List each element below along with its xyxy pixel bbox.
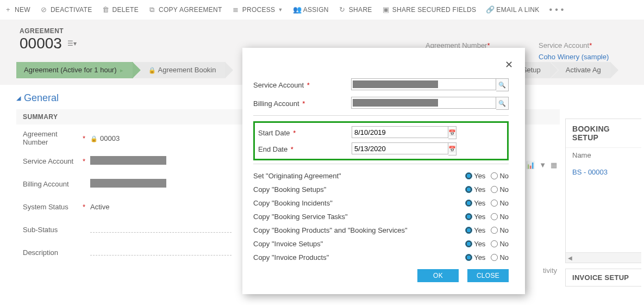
opt-booking-tasks-yes[interactable]: Yes [465, 213, 485, 221]
opt-invoice-setups-label: Copy "Invoice Setups" [253, 240, 423, 248]
modal-svc-input[interactable] [351, 78, 496, 90]
opt-booking-incidents-yes[interactable]: Yes [465, 199, 485, 207]
opt-invoice-products-no[interactable]: No [491, 253, 509, 262]
opt-booking-tasks-label: Copy "Booking Service Tasks" [253, 213, 423, 221]
opt-invoice-products-label: Copy "Invoice Products" [253, 253, 423, 262]
lookup-icon[interactable]: 🔍 [496, 78, 509, 91]
modal-end-label: End Date [258, 145, 287, 153]
opt-booking-setups-label: Copy "Booking Setups" [253, 185, 423, 194]
ok-button[interactable]: OK [417, 269, 459, 282]
opt-booking-tasks-no[interactable]: No [491, 213, 509, 221]
copy-agreement-dialog: ✕ Service Account * 🔍 Billing Account * … [242, 48, 525, 294]
modal-svc-label: Service Account [253, 81, 304, 89]
opt-booking-setups-no[interactable]: No [491, 185, 509, 194]
modal-start-label: Start Date [258, 129, 290, 137]
opt-originating-label: Set "Originating Agreement" [253, 172, 423, 180]
opt-originating-yes[interactable]: Yes [465, 172, 485, 180]
opt-booking-setups-yes[interactable]: Yes [465, 185, 485, 194]
opt-originating-no[interactable]: No [491, 172, 509, 180]
opt-booking-incidents-label: Copy "Booking Incidents" [253, 199, 423, 207]
close-button[interactable]: CLOSE [467, 269, 509, 282]
opt-booking-incidents-no[interactable]: No [491, 199, 509, 207]
modal-bill-input[interactable] [351, 97, 496, 109]
opt-invoice-setups-no[interactable]: No [491, 240, 509, 248]
date-highlight-box: Start Date * 📅 End Date * 📅 [253, 121, 509, 160]
calendar-icon[interactable]: 📅 [448, 126, 457, 139]
opt-booking-products-label: Copy "Booking Products" and "Booking Ser… [253, 226, 423, 234]
start-date-input[interactable] [352, 126, 448, 138]
modal-bill-label: Billing Account [253, 99, 299, 108]
opt-invoice-setups-yes[interactable]: Yes [465, 240, 485, 248]
opt-booking-products-no[interactable]: No [491, 226, 509, 234]
opt-booking-products-yes[interactable]: Yes [465, 226, 485, 234]
lookup-icon[interactable]: 🔍 [496, 97, 509, 110]
end-date-input[interactable] [352, 142, 448, 154]
calendar-icon[interactable]: 📅 [448, 142, 457, 155]
opt-invoice-products-yes[interactable]: Yes [465, 253, 485, 262]
close-icon[interactable]: ✕ [505, 59, 513, 71]
